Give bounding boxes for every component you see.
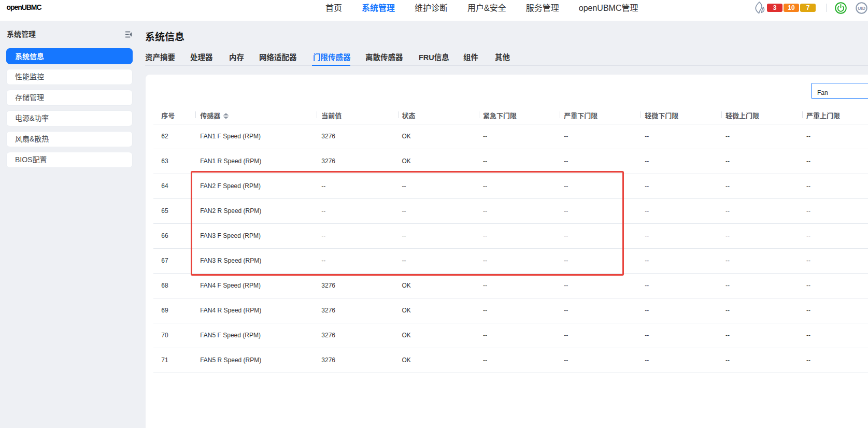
svg-text:UID: UID bbox=[858, 6, 865, 11]
